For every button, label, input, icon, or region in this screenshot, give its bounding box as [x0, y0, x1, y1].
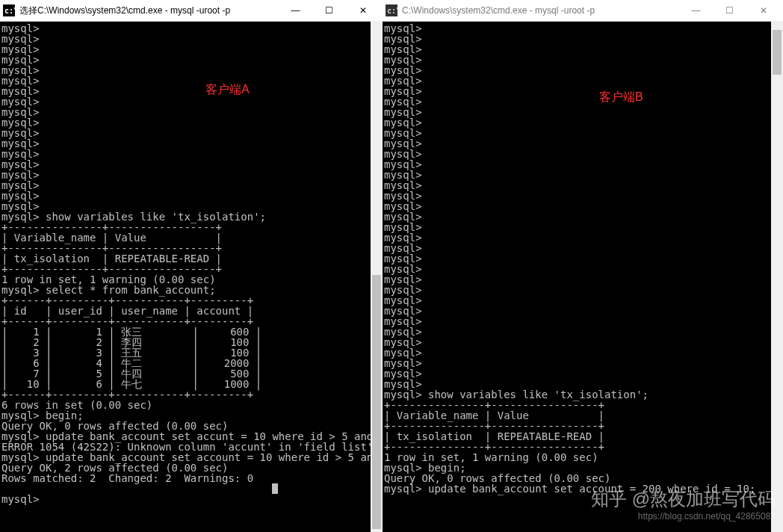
- terminal-line: mysql>: [1, 34, 381, 44]
- terminal-line: mysql> select * from bank_account;: [1, 285, 381, 295]
- terminal-line: mysql>: [384, 117, 782, 128]
- terminal-line: Query OK, 0 rows affected (0.00 sec): [384, 473, 782, 483]
- window-title-b: C:\Windows\system32\cmd.exe - mysql -uro…: [402, 5, 679, 16]
- maximize-button[interactable]: ☐: [312, 0, 346, 21]
- terminal-line: mysql>: [1, 44, 381, 55]
- terminal-line: | 10 | 6 | 牛七 | 1000 |: [1, 379, 381, 389]
- terminal-line: mysql>: [384, 159, 782, 170]
- terminal-line: mysql>: [384, 295, 782, 306]
- terminal-line: mysql>: [384, 23, 782, 34]
- terminal-line: 1 row in set, 1 warning (0.00 sec): [384, 452, 782, 463]
- terminal-line: mysql>: [384, 232, 782, 243]
- svg-text:c:\: c:\: [4, 7, 15, 15]
- terminal-line: mysql>: [1, 117, 381, 128]
- terminal-line: | id | user_id | user_name | account |: [1, 306, 381, 316]
- terminal-line: mysql>: [1, 149, 381, 159]
- terminal-line: +------+---------+-----------+---------+: [1, 295, 381, 306]
- text-cursor: [272, 483, 278, 494]
- terminal-line: Query OK, 2 rows affected (0.00 sec): [1, 463, 381, 473]
- terminal-line: +------+---------+-----------+---------+: [1, 316, 381, 327]
- terminal-line: mysql>: [1, 86, 381, 96]
- terminal-line: mysql>: [1, 55, 381, 65]
- terminal-line: mysql>: [1, 170, 381, 180]
- terminal-line: 6 rows in set (0.00 sec): [1, 400, 381, 410]
- terminal-line: Query OK, 0 rows affected (0.00 sec): [1, 421, 381, 431]
- terminal-line: mysql>: [384, 368, 782, 379]
- terminal-line: mysql>: [1, 180, 381, 191]
- terminal-line: mysql>: [1, 138, 381, 149]
- terminal-line: | 6 | 4 | 牛二 | 2000 |: [1, 358, 381, 368]
- terminal-line: | tx_isolation | REPEATABLE-READ |: [1, 253, 381, 264]
- terminal-line: mysql>: [384, 379, 782, 389]
- terminal-line: Rows matched: 2 Changed: 2 Warnings: 0: [1, 473, 381, 483]
- terminal-line: mysql> update bank_account set accunt = …: [1, 431, 381, 442]
- terminal-a[interactable]: mysql>mysql>mysql>mysql>mysql>mysql>mysq…: [0, 22, 383, 532]
- window-title-a: 选择C:\Windows\system32\cmd.exe - mysql -u…: [19, 4, 279, 17]
- terminal-line: mysql>: [384, 201, 782, 211]
- terminal-line: mysql>: [384, 274, 782, 285]
- terminal-line: mysql> show variables like 'tx_isolation…: [384, 389, 782, 400]
- terminal-line: mysql>: [1, 75, 381, 86]
- maximize-button[interactable]: ☐: [713, 0, 746, 21]
- terminal-line: +---------------+-----------------+: [384, 400, 782, 410]
- terminal-line: mysql>: [1, 191, 381, 201]
- minimize-button[interactable]: —: [279, 0, 312, 21]
- close-button[interactable]: ✕: [346, 0, 380, 21]
- terminal-line: mysql>: [384, 358, 782, 368]
- terminal-line: 1 row in set, 1 warning (0.00 sec): [1, 274, 381, 285]
- terminal-line: mysql>: [384, 170, 782, 180]
- terminal-line: mysql>: [384, 149, 782, 159]
- terminal-line: +------+---------+-----------+---------+: [1, 389, 381, 400]
- terminal-line: | Variable_name | Value |: [384, 410, 782, 421]
- terminal-line: | 3 | 3 | 王五 | 100 |: [1, 347, 381, 358]
- terminal-line: +---------------+-----------------+: [384, 421, 782, 431]
- scroll-thumb-b[interactable]: [773, 30, 782, 75]
- terminal-line: mysql>: [384, 34, 782, 44]
- titlebar-a[interactable]: c:\ 选择C:\Windows\system32\cmd.exe - mysq…: [0, 0, 383, 22]
- terminal-line: [1, 483, 381, 494]
- terminal-line: | tx_isolation | REPEATABLE-READ |: [384, 431, 782, 442]
- window-controls-b: — ☐ ✕: [679, 0, 780, 21]
- terminal-line: mysql>: [1, 159, 381, 170]
- terminal-line: mysql>: [384, 180, 782, 191]
- terminal-line: mysql>: [384, 337, 782, 347]
- scrollbar-b[interactable]: [771, 21, 783, 532]
- terminal-line: mysql>: [384, 347, 782, 358]
- terminal-line: mysql>: [384, 306, 782, 316]
- terminal-line: | Variable_name | Value |: [1, 232, 381, 243]
- cmd-icon: c:\: [3, 4, 15, 16]
- terminal-line: | 2 | 2 | 李四 | 100 |: [1, 337, 381, 347]
- scroll-thumb-a[interactable]: [372, 275, 381, 529]
- terminal-line: mysql>: [1, 96, 381, 107]
- svg-text:c:\: c:\: [387, 7, 397, 15]
- terminal-line: +---------------+-----------------+: [1, 222, 381, 232]
- titlebar-b[interactable]: c:\ C:\Windows\system32\cmd.exe - mysql …: [383, 0, 783, 22]
- terminal-line: mysql>: [1, 128, 381, 138]
- terminal-line: | 7 | 5 | 牛四 | 500 |: [1, 368, 381, 379]
- terminal-line: mysql>: [384, 253, 782, 264]
- terminal-line: mysql>: [384, 316, 782, 327]
- terminal-line: mysql>: [1, 23, 381, 34]
- terminal-line: mysql> show variables like 'tx_isolation…: [1, 211, 381, 222]
- terminal-line: mysql>: [384, 243, 782, 253]
- terminal-line: mysql>: [1, 65, 381, 75]
- terminal-line: mysql>: [384, 96, 782, 107]
- terminal-b[interactable]: mysql>mysql>mysql>mysql>mysql>mysql>mysq…: [383, 22, 783, 532]
- terminal-line: mysql>: [384, 138, 782, 149]
- terminal-line: mysql>: [384, 191, 782, 201]
- terminal-line: mysql> update bank_account set account =…: [384, 483, 782, 494]
- terminal-line: mysql>: [384, 65, 782, 75]
- terminal-line: mysql>: [384, 128, 782, 138]
- terminal-line: +---------------+-----------------+: [1, 264, 381, 274]
- scrollbar-a[interactable]: [371, 21, 383, 532]
- terminal-line: mysql>: [384, 75, 782, 86]
- terminal-line: | 1 | 1 | 张三 | 600 |: [1, 327, 381, 337]
- terminal-line: mysql> begin;: [384, 463, 782, 473]
- minimize-button[interactable]: —: [679, 0, 713, 21]
- close-button[interactable]: ✕: [746, 0, 780, 21]
- window-controls-a: — ☐ ✕: [279, 0, 380, 21]
- window-client-a: c:\ 选择C:\Windows\system32\cmd.exe - mysq…: [0, 0, 383, 532]
- terminal-line: ERROR 1054 (42S22): Unknown column 'accu…: [1, 442, 381, 452]
- terminal-line: mysql>: [384, 264, 782, 274]
- terminal-line: mysql>: [384, 222, 782, 232]
